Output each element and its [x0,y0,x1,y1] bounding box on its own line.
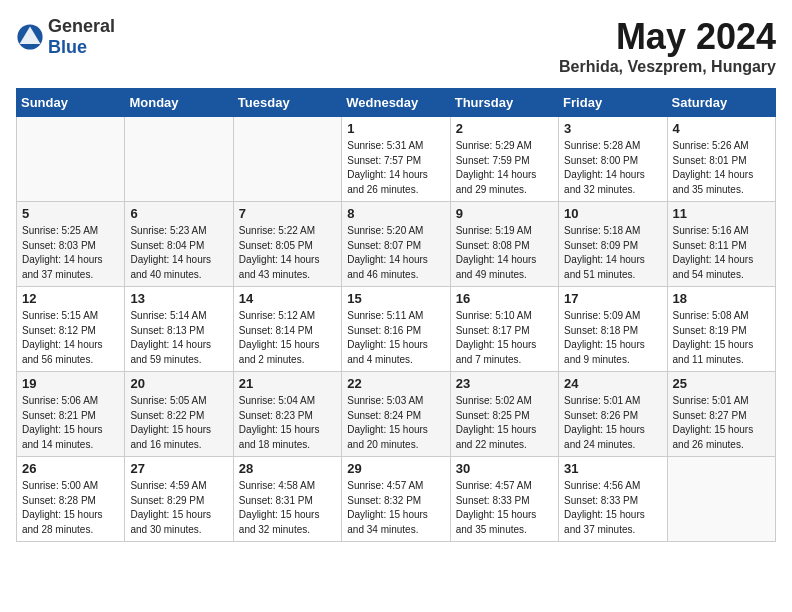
weekday-header-cell: Friday [559,89,667,117]
day-info: Sunrise: 5:23 AM Sunset: 8:04 PM Dayligh… [130,224,227,282]
calendar-cell: 31Sunrise: 4:56 AM Sunset: 8:33 PM Dayli… [559,457,667,542]
weekday-header-cell: Sunday [17,89,125,117]
day-info: Sunrise: 5:08 AM Sunset: 8:19 PM Dayligh… [673,309,770,367]
day-number: 22 [347,376,444,391]
day-info: Sunrise: 5:02 AM Sunset: 8:25 PM Dayligh… [456,394,553,452]
calendar-cell [233,117,341,202]
day-number: 13 [130,291,227,306]
day-info: Sunrise: 5:28 AM Sunset: 8:00 PM Dayligh… [564,139,661,197]
day-info: Sunrise: 5:09 AM Sunset: 8:18 PM Dayligh… [564,309,661,367]
day-number: 8 [347,206,444,221]
day-number: 23 [456,376,553,391]
calendar-cell: 24Sunrise: 5:01 AM Sunset: 8:26 PM Dayli… [559,372,667,457]
day-info: Sunrise: 4:58 AM Sunset: 8:31 PM Dayligh… [239,479,336,537]
day-info: Sunrise: 5:22 AM Sunset: 8:05 PM Dayligh… [239,224,336,282]
day-number: 5 [22,206,119,221]
day-number: 28 [239,461,336,476]
day-number: 21 [239,376,336,391]
day-number: 4 [673,121,770,136]
day-number: 24 [564,376,661,391]
day-number: 12 [22,291,119,306]
day-info: Sunrise: 5:10 AM Sunset: 8:17 PM Dayligh… [456,309,553,367]
day-info: Sunrise: 5:05 AM Sunset: 8:22 PM Dayligh… [130,394,227,452]
title-area: May 2024 Berhida, Veszprem, Hungary [559,16,776,76]
calendar-cell: 12Sunrise: 5:15 AM Sunset: 8:12 PM Dayli… [17,287,125,372]
weekday-header-cell: Tuesday [233,89,341,117]
calendar-cell: 2Sunrise: 5:29 AM Sunset: 7:59 PM Daylig… [450,117,558,202]
calendar-cell [17,117,125,202]
month-title: May 2024 [559,16,776,58]
calendar-cell: 29Sunrise: 4:57 AM Sunset: 8:32 PM Dayli… [342,457,450,542]
calendar-cell: 6Sunrise: 5:23 AM Sunset: 8:04 PM Daylig… [125,202,233,287]
day-info: Sunrise: 4:57 AM Sunset: 8:33 PM Dayligh… [456,479,553,537]
calendar-cell: 16Sunrise: 5:10 AM Sunset: 8:17 PM Dayli… [450,287,558,372]
day-info: Sunrise: 5:26 AM Sunset: 8:01 PM Dayligh… [673,139,770,197]
calendar-cell [667,457,775,542]
day-info: Sunrise: 5:15 AM Sunset: 8:12 PM Dayligh… [22,309,119,367]
calendar-body: 1Sunrise: 5:31 AM Sunset: 7:57 PM Daylig… [17,117,776,542]
calendar-week-row: 1Sunrise: 5:31 AM Sunset: 7:57 PM Daylig… [17,117,776,202]
calendar-cell [125,117,233,202]
logo-general-text: General [48,16,115,36]
calendar: SundayMondayTuesdayWednesdayThursdayFrid… [16,88,776,542]
weekday-header-cell: Monday [125,89,233,117]
day-number: 10 [564,206,661,221]
logo-icon [16,23,44,51]
calendar-cell: 21Sunrise: 5:04 AM Sunset: 8:23 PM Dayli… [233,372,341,457]
calendar-cell: 27Sunrise: 4:59 AM Sunset: 8:29 PM Dayli… [125,457,233,542]
day-info: Sunrise: 5:29 AM Sunset: 7:59 PM Dayligh… [456,139,553,197]
day-number: 20 [130,376,227,391]
day-info: Sunrise: 5:19 AM Sunset: 8:08 PM Dayligh… [456,224,553,282]
calendar-cell: 22Sunrise: 5:03 AM Sunset: 8:24 PM Dayli… [342,372,450,457]
calendar-cell: 23Sunrise: 5:02 AM Sunset: 8:25 PM Dayli… [450,372,558,457]
calendar-cell: 8Sunrise: 5:20 AM Sunset: 8:07 PM Daylig… [342,202,450,287]
day-info: Sunrise: 5:03 AM Sunset: 8:24 PM Dayligh… [347,394,444,452]
day-info: Sunrise: 5:00 AM Sunset: 8:28 PM Dayligh… [22,479,119,537]
day-number: 16 [456,291,553,306]
calendar-cell: 30Sunrise: 4:57 AM Sunset: 8:33 PM Dayli… [450,457,558,542]
day-number: 7 [239,206,336,221]
calendar-cell: 26Sunrise: 5:00 AM Sunset: 8:28 PM Dayli… [17,457,125,542]
calendar-cell: 19Sunrise: 5:06 AM Sunset: 8:21 PM Dayli… [17,372,125,457]
day-info: Sunrise: 5:04 AM Sunset: 8:23 PM Dayligh… [239,394,336,452]
calendar-cell: 5Sunrise: 5:25 AM Sunset: 8:03 PM Daylig… [17,202,125,287]
day-number: 3 [564,121,661,136]
weekday-header-cell: Thursday [450,89,558,117]
day-number: 29 [347,461,444,476]
calendar-cell: 28Sunrise: 4:58 AM Sunset: 8:31 PM Dayli… [233,457,341,542]
header: General Blue May 2024 Berhida, Veszprem,… [16,16,776,76]
calendar-week-row: 12Sunrise: 5:15 AM Sunset: 8:12 PM Dayli… [17,287,776,372]
day-info: Sunrise: 5:11 AM Sunset: 8:16 PM Dayligh… [347,309,444,367]
day-info: Sunrise: 5:25 AM Sunset: 8:03 PM Dayligh… [22,224,119,282]
calendar-cell: 4Sunrise: 5:26 AM Sunset: 8:01 PM Daylig… [667,117,775,202]
day-info: Sunrise: 5:31 AM Sunset: 7:57 PM Dayligh… [347,139,444,197]
day-info: Sunrise: 5:16 AM Sunset: 8:11 PM Dayligh… [673,224,770,282]
weekday-header-cell: Saturday [667,89,775,117]
location-title: Berhida, Veszprem, Hungary [559,58,776,76]
calendar-cell: 1Sunrise: 5:31 AM Sunset: 7:57 PM Daylig… [342,117,450,202]
day-info: Sunrise: 4:57 AM Sunset: 8:32 PM Dayligh… [347,479,444,537]
weekday-header-cell: Wednesday [342,89,450,117]
day-number: 1 [347,121,444,136]
day-number: 2 [456,121,553,136]
day-number: 31 [564,461,661,476]
calendar-cell: 17Sunrise: 5:09 AM Sunset: 8:18 PM Dayli… [559,287,667,372]
calendar-cell: 9Sunrise: 5:19 AM Sunset: 8:08 PM Daylig… [450,202,558,287]
calendar-cell: 13Sunrise: 5:14 AM Sunset: 8:13 PM Dayli… [125,287,233,372]
day-info: Sunrise: 5:12 AM Sunset: 8:14 PM Dayligh… [239,309,336,367]
day-info: Sunrise: 5:06 AM Sunset: 8:21 PM Dayligh… [22,394,119,452]
calendar-cell: 15Sunrise: 5:11 AM Sunset: 8:16 PM Dayli… [342,287,450,372]
day-number: 17 [564,291,661,306]
calendar-week-row: 19Sunrise: 5:06 AM Sunset: 8:21 PM Dayli… [17,372,776,457]
calendar-cell: 11Sunrise: 5:16 AM Sunset: 8:11 PM Dayli… [667,202,775,287]
day-number: 11 [673,206,770,221]
day-number: 9 [456,206,553,221]
day-number: 27 [130,461,227,476]
weekday-header-row: SundayMondayTuesdayWednesdayThursdayFrid… [17,89,776,117]
calendar-cell: 25Sunrise: 5:01 AM Sunset: 8:27 PM Dayli… [667,372,775,457]
day-number: 26 [22,461,119,476]
calendar-cell: 14Sunrise: 5:12 AM Sunset: 8:14 PM Dayli… [233,287,341,372]
day-info: Sunrise: 4:59 AM Sunset: 8:29 PM Dayligh… [130,479,227,537]
day-number: 6 [130,206,227,221]
logo-blue-text: Blue [48,37,87,57]
